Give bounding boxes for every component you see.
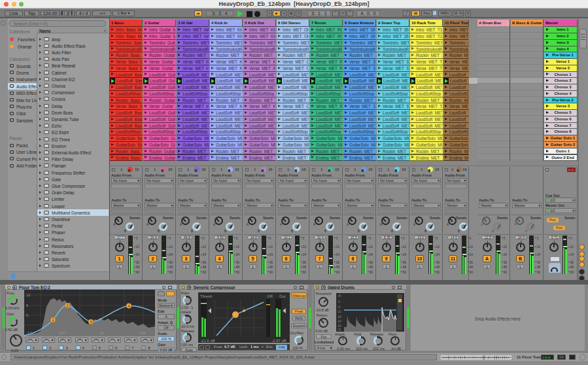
svg-text:-70: -70: [337, 328, 341, 332]
svg-text:-30: -30: [337, 324, 341, 328]
svg-text:-24: -24: [337, 320, 341, 323]
svg-text:-21.5 dB: -21.5 dB: [200, 339, 215, 343]
svg-text:-12: -12: [26, 331, 32, 335]
svg-text:+6: +6: [337, 294, 341, 298]
svg-text:1k: 1k: [100, 331, 105, 335]
svg-text:-12: -12: [337, 310, 341, 313]
svg-text:Thresh: Thresh: [200, 294, 213, 298]
svg-text:GR: GR: [267, 294, 273, 298]
svg-text:-2.97 dB: -2.97 dB: [271, 339, 286, 343]
svg-text:4: 4: [128, 304, 130, 308]
svg-text:1: 1: [52, 318, 54, 322]
svg-text:3: 3: [90, 320, 92, 324]
svg-text:Out: Out: [279, 294, 286, 298]
svg-text:12: 12: [26, 293, 31, 297]
svg-text:-6: -6: [337, 305, 341, 309]
svg-text:0: 0: [338, 300, 340, 304]
svg-text:2: 2: [66, 304, 68, 307]
svg-text:10k: 10k: [139, 331, 147, 335]
svg-text:100: 100: [58, 331, 65, 335]
svg-text:-18: -18: [337, 315, 341, 319]
